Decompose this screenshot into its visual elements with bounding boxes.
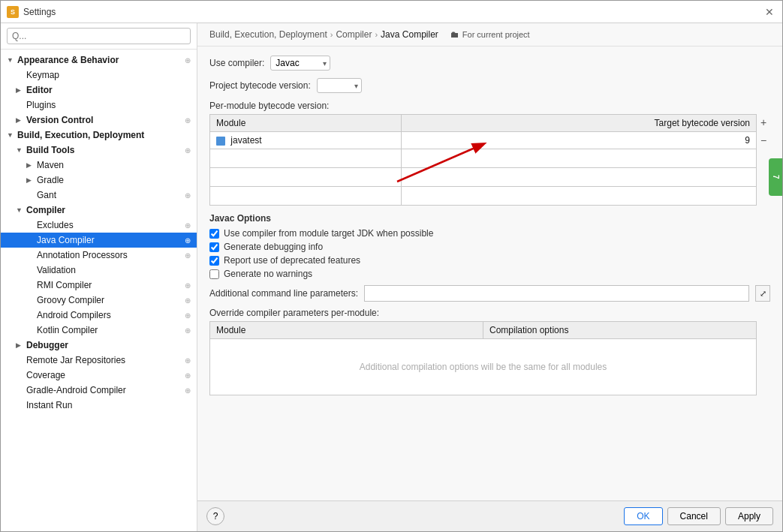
override-label: Override compiler parameters per-module: — [209, 308, 379, 318]
sidebar-item-maven[interactable]: ▶ Maven — [1, 158, 197, 173]
breadcrumb-project-link[interactable]: For current project — [462, 30, 530, 39]
project-bytecode-select[interactable] — [317, 78, 362, 93]
table-wrapper: Module Target bytecode version javatest — [209, 114, 757, 206]
expand-arrow: ▼ — [16, 206, 26, 214]
copy-icon: ⊕ — [185, 326, 191, 335]
sidebar-item-gradle[interactable]: ▶ Gradle — [1, 173, 197, 188]
sidebar-item-debugger[interactable]: ▶ Debugger — [1, 338, 197, 353]
sidebar-item-label: Maven — [37, 160, 191, 170]
sidebar-item-appearance[interactable]: ▼ Appearance & Behavior ⊕ — [1, 53, 197, 68]
sidebar-item-label: Editor — [26, 85, 191, 95]
use-compiler-label: Use compiler: — [209, 58, 264, 68]
deprecated-checkbox[interactable] — [209, 256, 219, 266]
sidebar-item-gradle-android[interactable]: Gradle-Android Compiler ⊕ — [1, 383, 197, 398]
module-icon — [216, 137, 225, 146]
main-content: ▼ Appearance & Behavior ⊕ Keymap ▶ Edito… — [1, 23, 782, 531]
copy-icon: ⊕ — [185, 191, 191, 200]
sidebar-item-keymap[interactable]: Keymap — [1, 68, 197, 83]
sidebar-item-label: Annotation Processors — [37, 250, 182, 260]
remove-module-button[interactable]: − — [757, 132, 770, 149]
sidebar-item-kotlin[interactable]: Kotlin Compiler ⊕ — [1, 323, 197, 338]
sidebar-item-label: Build Tools — [26, 145, 182, 155]
override-module-col: Module — [210, 322, 483, 339]
sidebar-item-excludes[interactable]: Excludes ⊕ — [1, 218, 197, 233]
copy-icon: ⊕ — [185, 386, 191, 395]
sidebar-item-label: Gradle — [37, 175, 191, 185]
sidebar-item-plugins[interactable]: Plugins — [1, 98, 197, 113]
sidebar-item-rmi[interactable]: RMI Compiler ⊕ — [1, 278, 197, 293]
sidebar-item-build-execution[interactable]: ▼ Build, Execution, Deployment — [1, 128, 197, 143]
bottom-bar: ? OK Cancel Apply — [197, 500, 782, 531]
breadcrumb-part2: Compiler — [336, 29, 372, 40]
sidebar-item-version-control[interactable]: ▶ Version Control ⊕ — [1, 113, 197, 128]
sidebar-item-instant-run[interactable]: Instant Run — [1, 398, 197, 413]
expand-arrow: ▼ — [7, 131, 17, 139]
title-bar-left: S Settings — [7, 6, 56, 18]
help-button[interactable]: ? — [206, 507, 224, 525]
table-row: javatest 9 — [210, 132, 757, 149]
debug-info-checkbox-label: Generate debugging info — [224, 242, 323, 252]
module-col-header: Module — [210, 115, 402, 132]
javac-options-title: Javac Options — [209, 213, 770, 224]
sidebar-item-label: Remote Jar Repositories — [26, 355, 182, 365]
no-warnings-checkbox-label: Generate no warnings — [224, 269, 312, 279]
add-module-button[interactable]: + — [757, 114, 770, 131]
override-options-col: Compilation options — [483, 322, 757, 339]
sidebar-item-remote-jar[interactable]: Remote Jar Repositories ⊕ — [1, 353, 197, 368]
use-compiler-checkbox[interactable] — [209, 229, 219, 239]
per-module-label-row: Per-module bytecode version: — [209, 101, 770, 111]
copy-icon: ⊕ — [185, 56, 191, 65]
breadcrumb: Build, Execution, Deployment › Compiler … — [197, 23, 782, 47]
sidebar-item-groovy[interactable]: Groovy Compiler ⊕ — [1, 293, 197, 308]
nav-tree: ▼ Appearance & Behavior ⊕ Keymap ▶ Edito… — [1, 50, 197, 531]
sidebar-item-compiler[interactable]: ▼ Compiler — [1, 203, 197, 218]
search-input[interactable] — [7, 28, 191, 44]
expand-arrow: ▶ — [16, 116, 26, 124]
deprecated-checkbox-label: Report use of deprecated features — [224, 255, 360, 266]
copy-icon: ⊕ — [185, 296, 191, 305]
sidebar-item-label: Keymap — [26, 70, 191, 80]
no-warnings-checkbox[interactable] — [209, 269, 219, 279]
sidebar-item-gant[interactable]: Gant ⊕ — [1, 188, 197, 203]
close-button[interactable]: ✕ — [763, 5, 776, 19]
cmd-row: Additional command line parameters: ⤢ — [209, 285, 770, 302]
sidebar-item-coverage[interactable]: Coverage ⊕ — [1, 368, 197, 383]
checkbox-row-debug-info: Generate debugging info — [209, 242, 770, 252]
app-icon: S — [7, 6, 19, 18]
title-bar: S Settings ✕ — [1, 1, 782, 23]
copy-icon: ⊕ — [185, 251, 191, 260]
copy-icon: ⊕ — [185, 281, 191, 290]
cancel-button[interactable]: Cancel — [667, 507, 721, 525]
cmd-expand-button[interactable]: ⤢ — [755, 285, 770, 302]
green-tab[interactable]: 7 — [769, 158, 782, 196]
window-controls: ✕ — [763, 5, 776, 19]
sidebar-item-label: Kotlin Compiler — [37, 325, 182, 335]
project-bytecode-row: Project bytecode version: — [209, 78, 770, 93]
sidebar-item-label: Gant — [37, 190, 182, 200]
ok-button[interactable]: OK — [624, 507, 662, 525]
cmd-input[interactable] — [364, 285, 749, 302]
sidebar-item-validation[interactable]: Validation — [1, 263, 197, 278]
sidebar-item-label: Java Compiler — [37, 235, 182, 245]
expand-arrow: ▼ — [7, 56, 17, 64]
empty-row — [210, 187, 757, 206]
sidebar-item-annotation[interactable]: Annotation Processors ⊕ — [1, 248, 197, 263]
sidebar-item-build-tools[interactable]: ▼ Build Tools ⊕ — [1, 143, 197, 158]
override-empty-row: Additional compilation options will be t… — [210, 339, 757, 395]
version-col-header: Target bytecode version — [401, 115, 756, 132]
sidebar-item-editor[interactable]: ▶ Editor — [1, 83, 197, 98]
debug-info-checkbox[interactable] — [209, 242, 219, 252]
sidebar-item-java-compiler[interactable]: Java Compiler ⊕ — [1, 233, 197, 248]
sidebar-item-label: Debugger — [26, 340, 191, 350]
use-compiler-checkbox-label: Use compiler from module target JDK when… — [224, 228, 433, 239]
per-module-label: Per-module bytecode version: — [209, 101, 329, 111]
apply-button[interactable]: Apply — [725, 507, 773, 525]
checkbox-row-no-warnings: Generate no warnings — [209, 269, 770, 279]
sidebar-item-android[interactable]: Android Compilers ⊕ — [1, 308, 197, 323]
copy-icon: ⊕ — [185, 221, 191, 230]
sidebar-item-label: Gradle-Android Compiler — [26, 385, 182, 395]
project-bytecode-select-wrapper — [317, 78, 362, 93]
empty-row — [210, 149, 757, 168]
use-compiler-select[interactable]: Javac — [270, 56, 330, 71]
module-cell: javatest — [210, 132, 402, 149]
